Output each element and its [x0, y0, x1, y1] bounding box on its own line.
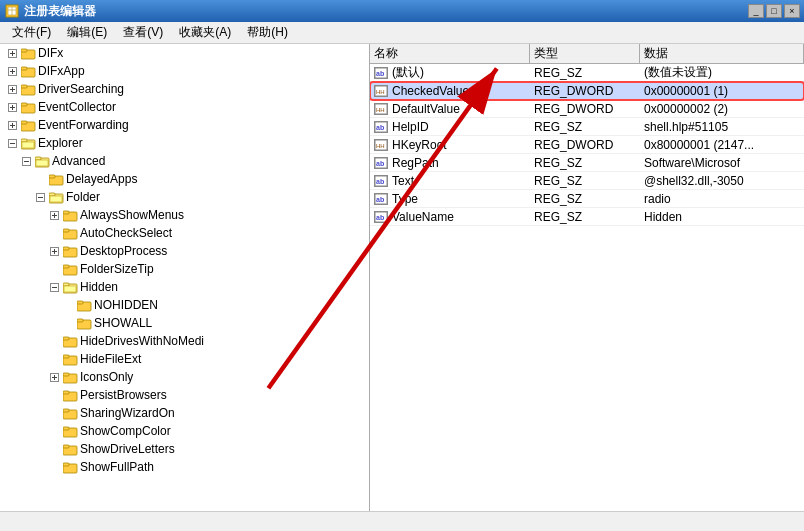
tree-item[interactable]: EventCollector [0, 98, 369, 116]
tree-item[interactable]: DelayedApps [0, 170, 369, 188]
table-row[interactable]: abRegPathREG_SZSoftware\Microsof [370, 154, 804, 172]
tree-label: DIFx [38, 46, 63, 60]
tree-item[interactable]: AutoCheckSelect [0, 224, 369, 242]
expand-icon[interactable] [18, 153, 34, 169]
expand-icon[interactable] [46, 459, 62, 475]
expand-icon[interactable] [46, 243, 62, 259]
expand-icon[interactable] [4, 63, 20, 79]
cell-data: @shell32.dll,-3050 [640, 174, 804, 188]
expand-icon[interactable] [46, 279, 62, 295]
tree-label: EventCollector [38, 100, 116, 114]
svg-text:HH: HH [376, 89, 385, 95]
expand-icon[interactable] [46, 261, 62, 277]
folder-icon [62, 406, 78, 420]
table-body: ab(默认)REG_SZ(数值未设置)HHCheckedValueREG_DWO… [370, 64, 804, 511]
svg-rect-33 [22, 142, 34, 148]
ab-icon: ab [374, 211, 388, 223]
tree-item[interactable]: DIFx [0, 44, 369, 62]
expand-icon[interactable] [46, 351, 62, 367]
expand-icon[interactable] [4, 135, 20, 151]
tree-item[interactable]: IconsOnly [0, 368, 369, 386]
tree-label: ShowCompColor [80, 424, 171, 438]
cell-name: abHelpID [370, 120, 530, 134]
folder-icon [34, 154, 50, 168]
tree-item[interactable]: Folder [0, 188, 369, 206]
expand-icon[interactable] [46, 405, 62, 421]
expand-icon[interactable] [46, 387, 62, 403]
table-row[interactable]: abTextREG_SZ@shell32.dll,-3050 [370, 172, 804, 190]
tree-item[interactable]: EventForwarding [0, 116, 369, 134]
close-button[interactable]: × [784, 4, 800, 18]
expand-icon[interactable] [32, 171, 48, 187]
svg-rect-8 [21, 49, 27, 52]
expand-icon[interactable] [46, 333, 62, 349]
folder-icon [62, 388, 78, 402]
menu-view[interactable]: 查看(V) [115, 22, 171, 43]
tree-item[interactable]: DIFxApp [0, 62, 369, 80]
expand-icon[interactable] [4, 99, 20, 115]
svg-text:ab: ab [376, 160, 384, 167]
tree-label: PersistBrowsers [80, 388, 167, 402]
tree-item[interactable]: HideFileExt [0, 350, 369, 368]
tree-item[interactable]: FolderSizeTip [0, 260, 369, 278]
tree-label: IconsOnly [80, 370, 133, 384]
tree-item[interactable]: Hidden [0, 278, 369, 296]
tree-item[interactable]: AlwaysShowMenus [0, 206, 369, 224]
table-row[interactable]: HHCheckedValueREG_DWORD0x00000001 (1) [370, 82, 804, 100]
tree-label: Advanced [52, 154, 105, 168]
svg-rect-28 [21, 121, 27, 124]
menu-favorites[interactable]: 收藏夹(A) [171, 22, 239, 43]
expand-icon[interactable] [46, 369, 62, 385]
expand-icon[interactable] [4, 81, 20, 97]
tree-item[interactable]: DriverSearching [0, 80, 369, 98]
tree-item[interactable]: Advanced [0, 152, 369, 170]
minimize-button[interactable]: _ [748, 4, 764, 18]
expand-icon[interactable] [32, 189, 48, 205]
expand-icon[interactable] [46, 441, 62, 457]
table-row[interactable]: HHHKeyRootREG_DWORD0x80000001 (2147... [370, 136, 804, 154]
table-row[interactable]: abHelpIDREG_SZshell.hlp#51105 [370, 118, 804, 136]
table-row[interactable]: abValueNameREG_SZHidden [370, 208, 804, 226]
cell-name-text: CheckedValue [392, 84, 469, 98]
tree-item[interactable]: PersistBrowsers [0, 386, 369, 404]
cell-name: abType [370, 192, 530, 206]
tree-item[interactable]: DesktopProcess [0, 242, 369, 260]
menu-edit[interactable]: 编辑(E) [59, 22, 115, 43]
folder-icon [62, 460, 78, 474]
tree-item[interactable]: HideDrivesWithNoMedi [0, 332, 369, 350]
table-row[interactable]: HHDefaultValueREG_DWORD0x00000002 (2) [370, 100, 804, 118]
tree-item[interactable]: SHOWALL [0, 314, 369, 332]
maximize-button[interactable]: □ [766, 4, 782, 18]
expand-icon[interactable] [60, 315, 76, 331]
folder-icon [76, 316, 92, 330]
expand-icon[interactable] [46, 225, 62, 241]
table-row[interactable]: abTypeREG_SZradio [370, 190, 804, 208]
folder-icon [62, 370, 78, 384]
expand-icon[interactable] [4, 45, 20, 61]
svg-text:ab: ab [376, 124, 384, 131]
tree-label: DelayedApps [66, 172, 137, 186]
cell-type: REG_SZ [530, 192, 640, 206]
title-bar: 注册表编辑器 _ □ × [0, 0, 804, 22]
tree-label: SharingWizardOn [80, 406, 175, 420]
menu-help[interactable]: 帮助(H) [239, 22, 296, 43]
table-row[interactable]: ab(默认)REG_SZ(数值未设置) [370, 64, 804, 82]
tree-item[interactable]: Explorer [0, 134, 369, 152]
tree-item[interactable]: NOHIDDEN [0, 296, 369, 314]
expand-icon[interactable] [4, 117, 20, 133]
dword-icon: HH [374, 139, 388, 151]
cell-name: abRegPath [370, 156, 530, 170]
cell-type: REG_SZ [530, 210, 640, 224]
menu-file[interactable]: 文件(F) [4, 22, 59, 43]
folder-icon [20, 82, 36, 96]
tree-item[interactable]: ShowCompColor [0, 422, 369, 440]
cell-data: 0x00000001 (1) [640, 84, 804, 98]
expand-icon[interactable] [46, 423, 62, 439]
folder-icon [62, 208, 78, 222]
expand-icon[interactable] [60, 297, 76, 313]
expand-icon[interactable] [46, 207, 62, 223]
tree-item[interactable]: ShowDriveLetters [0, 440, 369, 458]
tree-item[interactable]: SharingWizardOn [0, 404, 369, 422]
svg-rect-85 [63, 445, 69, 448]
tree-item[interactable]: ShowFullPath [0, 458, 369, 476]
